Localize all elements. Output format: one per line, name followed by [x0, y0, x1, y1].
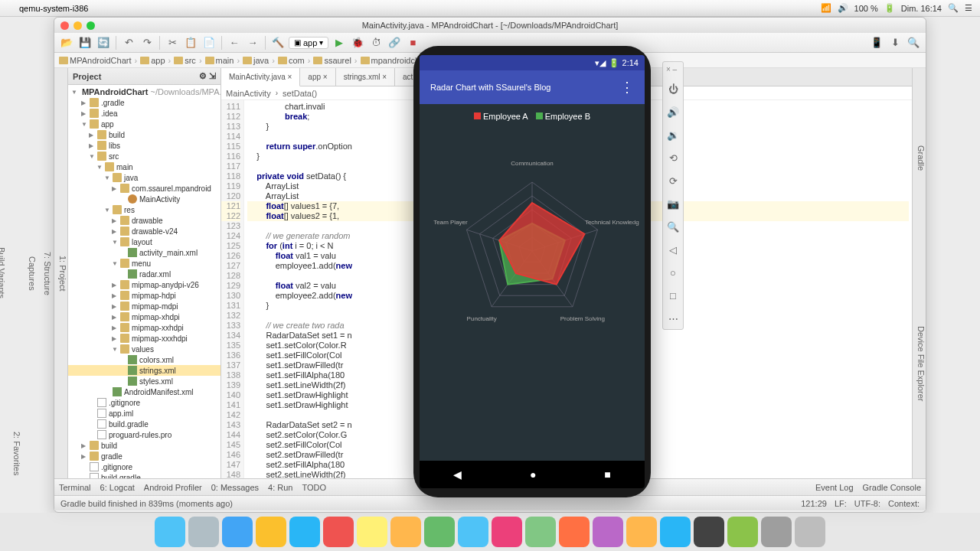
- phone-screen[interactable]: ▾◢ 🔋 2:14 Radar Chart with SSaurel's Blo…: [420, 55, 645, 488]
- tool-tab[interactable]: 4: Run: [268, 483, 292, 492]
- tool-tab[interactable]: 6: Logcat: [100, 483, 135, 492]
- forward-icon[interactable]: →: [245, 35, 260, 51]
- emu-close-icon[interactable]: × –: [666, 65, 677, 73]
- open-icon[interactable]: 📂: [59, 35, 74, 51]
- nav-home-icon[interactable]: ●: [530, 468, 536, 481]
- app-name[interactable]: qemu-system-i386: [19, 4, 88, 13]
- search-everywhere-icon[interactable]: 🔍: [906, 35, 921, 51]
- tree-item[interactable]: ▶mipmap-xhdpi: [68, 311, 220, 322]
- undo-icon[interactable]: ↶: [121, 35, 136, 51]
- back-nav-icon[interactable]: ◁: [665, 242, 681, 257]
- tree-item[interactable]: radar.xml: [68, 269, 220, 279]
- avd-icon[interactable]: 📱: [869, 35, 884, 51]
- tree-item[interactable]: styles.xml: [68, 376, 220, 386]
- tree-item[interactable]: ▶build: [68, 440, 220, 451]
- tree-item[interactable]: ▶drawable-v24: [68, 226, 220, 236]
- gradle-tool-button[interactable]: Gradle: [916, 145, 926, 171]
- menu-icon[interactable]: ☰: [965, 3, 972, 13]
- tree-item[interactable]: ▶com.ssaurel.mpandroid: [68, 183, 220, 194]
- dock-photos-icon[interactable]: [492, 517, 522, 547]
- volume-up-icon[interactable]: 🔊: [665, 104, 681, 119]
- rotate-left-icon[interactable]: ⟲: [665, 150, 681, 165]
- dock-preferences-icon[interactable]: [761, 517, 792, 547]
- tool-tab[interactable]: Event Log: [815, 483, 854, 492]
- nav-back-icon[interactable]: ◀: [453, 468, 462, 481]
- dock-messages-icon[interactable]: [424, 517, 455, 547]
- dock-reminders-icon[interactable]: [458, 517, 488, 547]
- save-icon[interactable]: 💾: [77, 35, 93, 51]
- tree-item[interactable]: MainActivity: [68, 194, 220, 204]
- breadcrumb-item[interactable]: src: [174, 56, 196, 65]
- project-tree[interactable]: ▼MPAndroidChart ~/Downloads/MPA...▶.grad…: [68, 85, 220, 478]
- build-variants-tool-button[interactable]: Build Variants: [0, 247, 6, 298]
- overview-nav-icon[interactable]: □: [665, 288, 681, 303]
- status-field[interactable]: LF:: [835, 499, 847, 508]
- breadcrumb-item[interactable]: MPAndroidChart: [59, 56, 132, 65]
- editor-tab[interactable]: strings.xml ×: [336, 68, 395, 86]
- tool-tab[interactable]: Gradle Console: [863, 483, 921, 492]
- hammer-icon[interactable]: 🔨: [270, 35, 286, 51]
- redo-icon[interactable]: ↷: [139, 35, 155, 51]
- tree-item[interactable]: ▶mipmap-mdpi: [68, 301, 220, 311]
- tree-item[interactable]: ▼values: [68, 344, 220, 354]
- tree-item[interactable]: proguard-rules.pro: [68, 429, 220, 440]
- tool-tab[interactable]: Terminal: [59, 483, 91, 492]
- tree-item[interactable]: ▼app: [68, 119, 220, 129]
- copy-icon[interactable]: 📋: [183, 35, 198, 51]
- tree-item[interactable]: activity_main.xml: [68, 247, 220, 258]
- dock-finder-icon[interactable]: [155, 517, 185, 547]
- tree-item[interactable]: colors.xml: [68, 354, 220, 365]
- tree-item[interactable]: ▼res: [68, 204, 220, 215]
- dock-appstore-icon[interactable]: [660, 517, 691, 547]
- clock[interactable]: Dim. 16:14: [901, 4, 942, 13]
- favorites-tool-button[interactable]: 2: Favorites: [12, 432, 21, 475]
- tree-root[interactable]: ▼MPAndroidChart ~/Downloads/MPA...: [68, 86, 220, 97]
- tree-item[interactable]: ▼layout: [68, 236, 220, 247]
- tree-item[interactable]: ▶mipmap-anydpi-v26: [68, 279, 220, 290]
- dock-notes-icon[interactable]: [357, 517, 387, 547]
- structure-tool-button[interactable]: 7: Structure: [43, 252, 52, 295]
- tree-item[interactable]: ▼java: [68, 172, 220, 183]
- tool-tab[interactable]: 0: Messages: [211, 483, 259, 492]
- status-field[interactable]: UTF-8:: [854, 499, 880, 508]
- dock-launchpad-icon[interactable]: [188, 517, 219, 547]
- tree-item[interactable]: ▶mipmap-xxxhdpi: [68, 333, 220, 344]
- more-icon[interactable]: ⋯: [665, 311, 681, 326]
- breadcrumb-item[interactable]: app: [140, 56, 165, 65]
- editor-tab[interactable]: MainActivity.java ×: [221, 68, 300, 86]
- status-field[interactable]: Context:: [888, 499, 920, 508]
- nav-overview-icon[interactable]: ■: [604, 468, 610, 481]
- back-icon[interactable]: ←: [227, 35, 242, 51]
- tree-item[interactable]: build.gradle: [68, 472, 220, 478]
- breadcrumb-item[interactable]: main: [205, 56, 234, 65]
- tree-item[interactable]: ▶.gradle: [68, 97, 220, 108]
- tool-tab[interactable]: Android Profiler: [144, 483, 202, 492]
- maximize-button[interactable]: [87, 21, 95, 30]
- sdk-icon[interactable]: ⬇: [887, 35, 903, 51]
- tree-item[interactable]: .gitignore: [68, 397, 220, 408]
- home-nav-icon[interactable]: ○: [665, 265, 681, 280]
- minimize-button[interactable]: [74, 21, 82, 30]
- project-panel-header[interactable]: Project ⚙ ⇲: [68, 68, 220, 85]
- overflow-menu-icon[interactable]: ⋮: [620, 79, 634, 96]
- status-field[interactable]: 121:29: [801, 499, 827, 508]
- tree-item[interactable]: ▶drawable: [68, 215, 220, 226]
- tree-item[interactable]: ▶build: [68, 129, 220, 140]
- run-icon[interactable]: ▶: [332, 35, 347, 51]
- tree-item[interactable]: .gitignore: [68, 461, 220, 472]
- tool-tab[interactable]: TODO: [302, 483, 326, 492]
- tree-item[interactable]: ▶mipmap-hdpi: [68, 290, 220, 301]
- tree-item[interactable]: ▼src: [68, 151, 220, 161]
- tree-item[interactable]: build.gradle: [68, 419, 220, 429]
- rotate-right-icon[interactable]: ⟳: [665, 173, 681, 188]
- dock-itunes-icon[interactable]: [593, 517, 623, 547]
- dock-safari-icon[interactable]: [222, 517, 253, 547]
- power-icon[interactable]: ⏻: [665, 81, 681, 96]
- wifi-icon[interactable]: 📶: [821, 3, 831, 13]
- tree-item[interactable]: app.iml: [68, 408, 220, 419]
- debug-icon[interactable]: 🐞: [350, 35, 365, 51]
- dock-calendar-icon[interactable]: [323, 517, 354, 547]
- dock-chrome-icon[interactable]: [256, 517, 286, 547]
- camera-icon[interactable]: 📷: [665, 196, 681, 211]
- editor-tab[interactable]: app ×: [300, 68, 335, 86]
